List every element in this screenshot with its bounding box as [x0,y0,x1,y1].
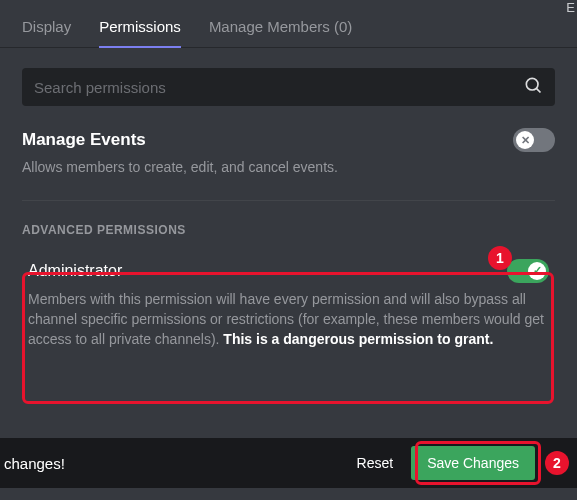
tabs-bar: Display Permissions Manage Members (0) [0,0,577,48]
cropped-text: E [566,0,575,15]
administrator-toggle[interactable]: ✓ [507,259,549,283]
manage-events-desc: Allows members to create, edit, and canc… [22,158,555,178]
unsaved-changes-text: changes! [0,455,65,472]
manage-events-toggle[interactable]: ✕ [513,128,555,152]
tab-permissions[interactable]: Permissions [99,10,181,47]
manage-events-title: Manage Events [22,130,146,150]
save-changes-button[interactable]: Save Changes [411,446,535,480]
search-input[interactable] [34,79,523,96]
annotation-badge-2: 2 [545,451,569,475]
x-icon: ✕ [521,135,530,146]
administrator-title: Administrator [28,262,122,280]
svg-point-0 [526,78,538,90]
administrator-desc-warning: This is a dangerous permission to grant. [223,331,493,347]
reset-button[interactable]: Reset [357,455,394,471]
divider [22,200,555,201]
check-icon: ✓ [533,265,542,276]
search-icon[interactable] [523,75,543,99]
unsaved-changes-bar: changes! Reset Save Changes [0,438,577,488]
svg-line-1 [536,88,540,92]
tab-manage-members[interactable]: Manage Members (0) [209,10,352,47]
search-container [22,68,555,106]
advanced-permissions-header: ADVANCED PERMISSIONS [22,223,555,237]
tab-display[interactable]: Display [22,10,71,47]
annotation-badge-1: 1 [488,246,512,270]
administrator-desc: Members with this permission will have e… [28,289,549,350]
